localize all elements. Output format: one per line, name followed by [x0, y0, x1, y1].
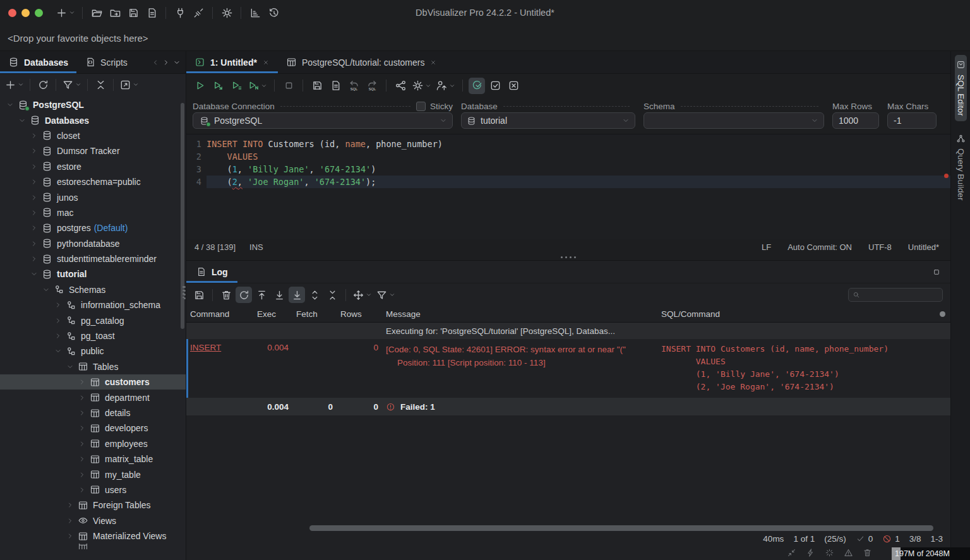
save-as-button[interactable]: [143, 4, 160, 21]
tree-item-tables[interactable]: Tables: [0, 359, 186, 374]
line-ending[interactable]: LF: [762, 242, 771, 252]
tree-item-estoreschema-public[interactable]: estoreschema=public: [0, 174, 186, 189]
log-search[interactable]: [848, 288, 943, 302]
execute-button[interactable]: [191, 78, 208, 94]
encoding[interactable]: UTF-8: [868, 242, 892, 252]
database-select[interactable]: tutorial: [461, 112, 635, 129]
load-script-button[interactable]: [327, 78, 344, 94]
tree-item-department[interactable]: department: [0, 390, 186, 405]
auto-commit-toggle[interactable]: [469, 78, 485, 94]
chevron-down-icon[interactable]: [53, 347, 63, 356]
tab-customers[interactable]: PostgreSQL/tutorial: customers: [278, 51, 446, 73]
code-line-2[interactable]: VALUES: [207, 150, 950, 163]
favorites-bar[interactable]: <Drop your favorite objects here>: [0, 25, 970, 51]
minimize-window-button[interactable]: [21, 9, 30, 17]
tab-log[interactable]: Log: [186, 261, 237, 283]
chevron-right-icon[interactable]: [29, 239, 39, 248]
chevron-left-icon[interactable]: [152, 59, 159, 66]
client-session-button[interactable]: [434, 78, 457, 94]
connect-button[interactable]: [172, 4, 188, 21]
tree-item-pg-toast[interactable]: pg_toast: [0, 328, 186, 343]
tab-untitled[interactable]: 1: Untitled*: [186, 51, 278, 73]
column-header[interactable]: Rows: [337, 309, 382, 319]
code-line-1[interactable]: INSERT INTO Customers (id, name, phone_n…: [207, 138, 950, 150]
column-header[interactable]: Fetch: [292, 309, 337, 319]
chevron-right-icon[interactable]: [77, 470, 87, 479]
error-marker[interactable]: [944, 174, 949, 178]
open-file-button[interactable]: [88, 4, 105, 21]
rail-tab-sql-editor[interactable]: SQL Editor: [955, 55, 967, 121]
share-button[interactable]: [392, 78, 409, 94]
editor-settings-button[interactable]: [410, 78, 433, 94]
tree-item-schemas[interactable]: Schemas: [0, 282, 186, 297]
connection-select[interactable]: PostgreSQL: [193, 112, 453, 129]
hscroll-thumb[interactable]: [309, 525, 933, 531]
chevron-right-icon[interactable]: [77, 455, 87, 464]
tree-item-studenttimetablereminder[interactable]: studenttimetablereminder: [0, 251, 186, 266]
rail-tab-query-builder[interactable]: Query Builder: [955, 129, 967, 206]
log-row-info[interactable]: Executing for: 'PostgreSQL/tutorial' [Po…: [186, 323, 950, 339]
column-settings-button[interactable]: [940, 311, 945, 317]
warning-icon[interactable]: [844, 548, 853, 557]
clear-on-execute-toggle[interactable]: [236, 287, 252, 303]
column-header[interactable]: SQL/Command: [657, 309, 950, 319]
chevron-right-icon[interactable]: [77, 424, 87, 433]
fit-columns-button[interactable]: [351, 287, 373, 303]
close-icon[interactable]: [262, 59, 270, 66]
chevron-right-icon[interactable]: [77, 439, 87, 448]
tree-item-closet[interactable]: closet: [0, 128, 186, 143]
tree-item-information-schema[interactable]: information_schema: [0, 297, 186, 313]
chevron-down-icon[interactable]: [5, 100, 15, 110]
clear-log-button[interactable]: [218, 287, 234, 303]
filter-log-button[interactable]: [374, 287, 397, 303]
tree-item-mac[interactable]: mac: [0, 205, 186, 220]
tail-log-toggle[interactable]: [289, 287, 305, 303]
execute-buffer-button[interactable]: [228, 78, 244, 94]
chevron-right-icon[interactable]: [65, 516, 75, 525]
tree-item-databases[interactable]: Databases: [0, 112, 186, 128]
history-button[interactable]: [265, 4, 282, 21]
tree-item-junos[interactable]: junos: [0, 189, 186, 205]
sidebar-splitter[interactable]: [184, 286, 186, 299]
expand-rows-button[interactable]: [306, 287, 323, 303]
new-object-button[interactable]: [54, 4, 76, 21]
refresh-button[interactable]: [35, 76, 51, 93]
sql-history-back-button[interactable]: [345, 78, 362, 94]
chevron-down-icon[interactable]: [41, 285, 51, 294]
stop-button[interactable]: [280, 78, 297, 94]
tree-item-views[interactable]: Views: [0, 513, 186, 528]
tree-item-my-table[interactable]: my_table: [0, 467, 186, 482]
tree-item-postgresql[interactable]: PostgreSQL: [0, 97, 186, 112]
auto-commit-status[interactable]: Auto Commit: ON: [787, 242, 852, 252]
chevron-right-icon[interactable]: [53, 316, 63, 325]
open-recent-button[interactable]: [107, 4, 123, 21]
monitor-button[interactable]: [247, 4, 263, 21]
tree-item-employees[interactable]: employees: [0, 436, 186, 451]
chevron-right-icon[interactable]: [65, 501, 75, 510]
chevron-right-icon[interactable]: [29, 177, 39, 187]
chevron-down-icon[interactable]: [173, 59, 181, 66]
code-line-3[interactable]: (1, 'Billy Jane', '674-2134'): [207, 163, 950, 176]
tree-item-users[interactable]: users: [0, 482, 186, 497]
chevron-right-icon[interactable]: [29, 254, 39, 264]
chevron-right-icon[interactable]: [29, 193, 39, 202]
sql-history-forward-button[interactable]: [364, 78, 380, 94]
tree-item-pythondatabase[interactable]: pythondatabase: [0, 236, 186, 251]
chevron-right-icon[interactable]: [29, 131, 39, 140]
log-row-error[interactable]: INSERT0.0040[Code: 0, SQL State: 42601] …: [186, 339, 950, 398]
chevron-right-icon[interactable]: [29, 208, 39, 217]
tree-item-public[interactable]: public: [0, 343, 186, 359]
zoom-window-button[interactable]: [35, 9, 43, 17]
column-header[interactable]: Exec: [253, 309, 292, 319]
rollback-button[interactable]: [505, 78, 522, 94]
export-log-button[interactable]: [191, 287, 207, 303]
commit-button[interactable]: [487, 78, 503, 94]
chevron-right-icon[interactable]: [162, 59, 170, 66]
memory-indicator[interactable]: 197M of 2048M: [892, 547, 970, 560]
chevron-right-icon[interactable]: [77, 393, 87, 402]
tree-item-partial[interactable]: [0, 544, 186, 549]
scroll-to-bottom-button[interactable]: [271, 287, 287, 303]
tree-item-materialized-views[interactable]: Materialized Views: [0, 528, 186, 544]
maximize-panel-button[interactable]: [933, 268, 940, 276]
gc-trash-icon[interactable]: [863, 548, 872, 557]
